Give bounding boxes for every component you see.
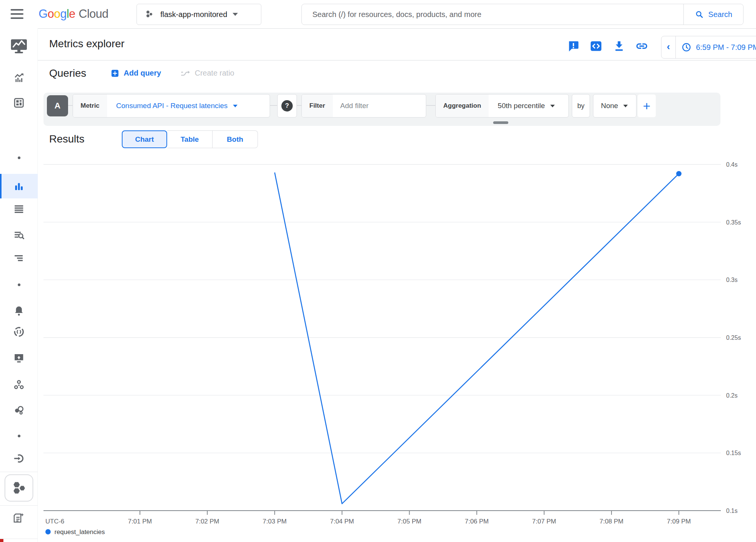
y-axis-tick-label: 0.3s [726, 277, 737, 283]
create-ratio-button[interactable]: Create ratio [180, 69, 234, 77]
filter-box: Filter [301, 94, 426, 118]
chevron-down-icon [233, 13, 238, 16]
doc-sparkle-icon [13, 512, 25, 523]
queries-heading: Queries [49, 67, 86, 79]
by-label: by [577, 102, 584, 110]
google-wordmark: Google [39, 7, 75, 21]
collapse-time-panel-button[interactable]: ‹ [661, 41, 675, 54]
legend-swatch [45, 529, 51, 534]
sidebar-item-metrics-explorer[interactable] [0, 174, 38, 198]
add-query-label: Add query [124, 69, 161, 77]
topbar-divider [0, 28, 756, 29]
aggregation-value[interactable]: 50th percentile [489, 102, 555, 110]
create-ratio-label: Create ratio [195, 69, 234, 77]
list-search-icon [13, 229, 25, 241]
sidebar-item-list[interactable] [0, 198, 38, 219]
results-view-toggle: Chart Table Both [122, 130, 258, 148]
x-axis-tick-label: 7:04 PM [330, 518, 354, 525]
sidebar-item-uptime-checks[interactable] [0, 321, 38, 342]
top-bar: Google Cloud flask-app-monitored Search [0, 0, 756, 28]
download-button[interactable] [612, 39, 626, 53]
y-axis-tick-label: 0.15s [726, 450, 741, 456]
search-button-label: Search [708, 10, 732, 19]
link-icon [635, 40, 648, 53]
trend-chart-icon [13, 73, 25, 84]
code-icon [590, 40, 602, 53]
code-editor-button[interactable] [589, 39, 603, 53]
sidebar-item-alerting[interactable] [0, 300, 38, 321]
aggregation-label: Aggregation [436, 94, 489, 117]
header-divider [0, 60, 756, 60]
group-by-selector[interactable]: None [593, 94, 636, 118]
search-input[interactable] [302, 4, 683, 25]
sidebar-item-release-notes[interactable] [0, 507, 38, 528]
x-axis-tick-label: 7:03 PM [263, 518, 287, 525]
y-axis-tick-label: 0.1s [726, 508, 737, 514]
cloud-wordmark: Cloud [79, 7, 109, 21]
page-title: Metrics explorer [49, 38, 124, 50]
three-circles-icon [13, 379, 25, 390]
menu-icon[interactable] [11, 8, 24, 20]
sidebar-item-overview[interactable] [0, 68, 38, 89]
x-axis-tick-label: 7:05 PM [397, 518, 421, 525]
sidebar-item-integrations[interactable] [0, 448, 38, 469]
connector-line [297, 105, 301, 106]
connector-line [270, 105, 277, 106]
sidebar-separator-dot [0, 147, 38, 168]
x-axis-tick-label: 7:06 PM [465, 518, 489, 525]
sidebar-item-services[interactable] [0, 400, 38, 421]
divider [675, 36, 676, 59]
timezone-label: UTC-6 [45, 518, 64, 525]
metric-label: Metric [73, 94, 107, 117]
feedback-button[interactable] [567, 39, 580, 53]
project-hexagons-icon [144, 9, 154, 19]
clock-icon [681, 42, 691, 52]
sidebar-item-dashboards-share[interactable] [0, 347, 38, 369]
sidebar-item-groups[interactable] [0, 374, 38, 395]
sidebar-item-log-search[interactable] [0, 225, 38, 246]
screen-share-icon [13, 352, 25, 364]
sidebar-item-app-hexagons[interactable] [5, 474, 33, 502]
share-link-button[interactable] [635, 39, 649, 53]
group-by-value[interactable]: None [593, 102, 628, 110]
download-icon [613, 40, 626, 53]
metric-value[interactable]: Consumed API - Request latencies [107, 102, 238, 110]
y-axis-tick-label: 0.4s [726, 161, 737, 168]
time-range-value[interactable]: 6:59 PM - 7:09 PM [696, 43, 756, 52]
project-selector[interactable]: flask-app-monitored [137, 4, 261, 25]
tab-table[interactable]: Table [167, 130, 213, 148]
metrics-bars-icon [13, 181, 25, 192]
add-aggregation-button[interactable]: + [637, 94, 656, 118]
latency-line-chart[interactable]: 0.1s0.15s0.2s0.25s0.3s0.35s0.4s7:01 PM7:… [38, 155, 756, 542]
sidebar-item-monitoring-home[interactable] [0, 36, 38, 57]
hexagon-cluster-icon [11, 480, 27, 496]
corner-notification-mark [0, 539, 3, 542]
project-name: flask-app-monitored [160, 10, 227, 19]
search-button[interactable]: Search [683, 4, 743, 25]
y-axis-tick-label: 0.35s [726, 219, 741, 226]
chevron-down-icon [623, 105, 628, 107]
drag-handle[interactable] [493, 121, 508, 124]
tab-chart[interactable]: Chart [122, 130, 167, 148]
sidebar-item-trace-list[interactable] [0, 247, 38, 268]
connector-line [68, 105, 73, 106]
x-axis-tick-label: 7:07 PM [532, 518, 556, 525]
aggregation-selector[interactable]: Aggregation 50th percentile [435, 94, 569, 118]
sidebar-divider [0, 505, 38, 506]
connector-line [426, 105, 435, 106]
metric-selector[interactable]: Metric Consumed API - Request latencies [73, 94, 270, 118]
arrow-into-ring-icon [13, 453, 25, 464]
tab-both[interactable]: Both [213, 130, 258, 148]
legend-label[interactable]: request_latencies [54, 528, 105, 536]
series-end-dot[interactable] [676, 171, 681, 176]
indented-lines-icon [13, 252, 25, 263]
query-builder: A Metric Consumed API - Request latencie… [43, 93, 720, 126]
sidebar-item-dashboards[interactable] [0, 92, 38, 113]
add-query-button[interactable]: Add query [111, 69, 161, 77]
query-letter-badge[interactable]: A [47, 95, 68, 116]
filter-input[interactable] [333, 102, 416, 110]
y-axis-tick-label: 0.2s [726, 392, 737, 399]
help-icon[interactable]: ? [281, 100, 293, 111]
results-heading: Results [49, 133, 84, 145]
time-range-panel: ‹ 6:59 PM - 7:09 PM [661, 36, 756, 59]
